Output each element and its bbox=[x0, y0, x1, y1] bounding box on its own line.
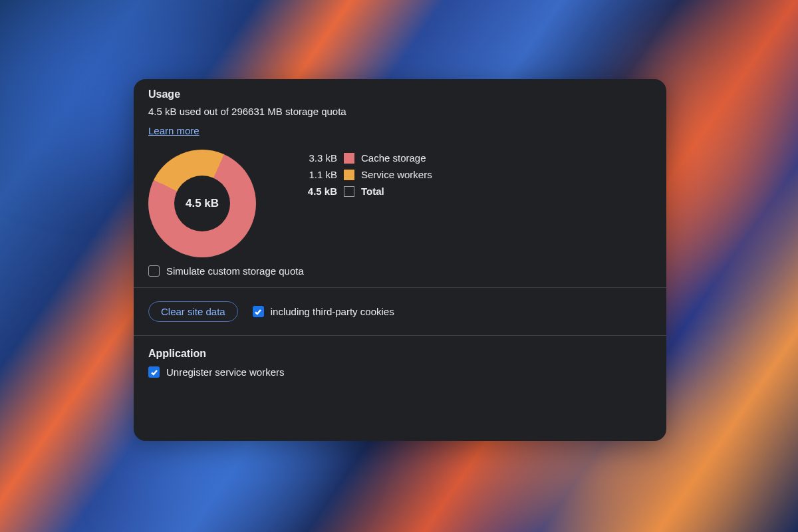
legend-label: Service workers bbox=[361, 169, 432, 180]
usage-donut-chart: 4.5 kB bbox=[148, 150, 256, 257]
legend-row-cache: 3.3 kB Cache storage bbox=[299, 152, 432, 164]
check-icon bbox=[254, 308, 262, 316]
legend-label: Total bbox=[361, 186, 384, 197]
clear-data-row: Clear site data including third-party co… bbox=[148, 299, 652, 325]
legend-swatch-outline bbox=[344, 186, 354, 197]
third-party-cookies-checkbox[interactable] bbox=[253, 306, 264, 317]
simulate-quota-checkbox[interactable] bbox=[148, 265, 160, 277]
usage-section: Usage 4.5 kB used out of 296631 MB stora… bbox=[148, 79, 652, 277]
divider bbox=[134, 335, 666, 336]
storage-panel: Usage 4.5 kB used out of 296631 MB stora… bbox=[134, 79, 666, 441]
unregister-sw-checkbox[interactable] bbox=[148, 366, 160, 378]
legend-swatch-orange bbox=[344, 170, 354, 180]
application-heading: Application bbox=[148, 346, 652, 360]
simulate-quota-row[interactable]: Simulate custom storage quota bbox=[148, 265, 652, 277]
usage-chart-row: 4.5 kB 3.3 kB Cache storage 1.1 kB Servi… bbox=[148, 150, 652, 257]
simulate-quota-label: Simulate custom storage quota bbox=[166, 265, 304, 277]
legend-value: 3.3 kB bbox=[299, 152, 337, 164]
legend-label: Cache storage bbox=[361, 152, 426, 164]
usage-summary-text: 4.5 kB used out of 296631 MB storage quo… bbox=[148, 106, 652, 117]
donut-center-label: 4.5 kB bbox=[148, 150, 256, 257]
learn-more-link[interactable]: Learn more bbox=[148, 125, 200, 136]
usage-legend: 3.3 kB Cache storage 1.1 kB Service work… bbox=[299, 150, 432, 202]
unregister-sw-label: Unregister service workers bbox=[166, 366, 285, 378]
application-section: Application Unregister service workers bbox=[148, 346, 652, 378]
unregister-sw-row[interactable]: Unregister service workers bbox=[148, 366, 652, 378]
clear-site-data-button[interactable]: Clear site data bbox=[148, 301, 238, 322]
legend-row-total: 4.5 kB Total bbox=[299, 186, 432, 197]
check-icon bbox=[150, 368, 158, 376]
legend-row-service-workers: 1.1 kB Service workers bbox=[299, 169, 432, 180]
third-party-cookies-row[interactable]: including third-party cookies bbox=[253, 306, 394, 317]
usage-heading: Usage bbox=[148, 79, 652, 100]
legend-swatch-pink bbox=[344, 153, 354, 164]
third-party-cookies-label: including third-party cookies bbox=[271, 306, 394, 317]
legend-value: 1.1 kB bbox=[299, 169, 337, 180]
divider bbox=[134, 287, 666, 288]
legend-value: 4.5 kB bbox=[299, 186, 337, 197]
